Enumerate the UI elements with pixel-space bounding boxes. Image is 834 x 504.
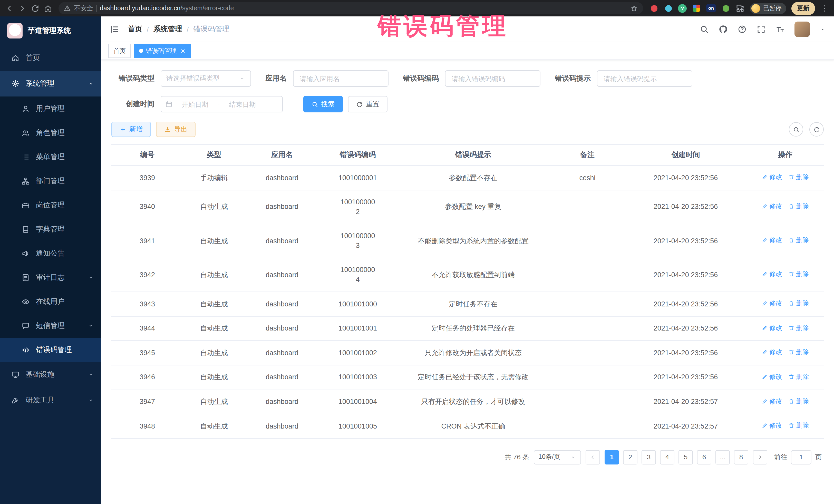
close-icon[interactable] [180,48,186,53]
date-start-input[interactable] [175,100,216,109]
reload-icon[interactable] [31,4,40,13]
sidebar-item-devtools[interactable]: 研发工具 [0,388,101,413]
delete-link[interactable]: 删除 [788,323,809,332]
delete-link[interactable]: 删除 [788,299,809,308]
cell-type: 自动生成 [183,224,245,258]
date-range-picker[interactable]: - [161,96,283,112]
goto-page-input[interactable] [791,450,811,464]
sidebar-item-home[interactable]: 首页 [0,45,101,71]
delete-link[interactable]: 删除 [788,202,809,211]
sidebar-item-audit-log[interactable]: 审计日志 [0,265,101,289]
delete-link[interactable]: 删除 [788,348,809,357]
help-icon[interactable] [738,25,747,34]
search-icon[interactable] [700,25,709,34]
address-bar[interactable]: 不安全 dashboard.yudao.iocoder.cn/system/er… [59,2,643,14]
delete-link[interactable]: 删除 [788,236,809,245]
refresh-table-button[interactable] [809,122,824,136]
puzzle-extensions-icon[interactable] [736,4,745,13]
edit-link[interactable]: 修改 [762,172,782,182]
search-button[interactable]: 搜索 [303,96,343,112]
page-button-8[interactable]: 8 [734,450,748,464]
record-extension-icon[interactable] [649,4,658,13]
delete-link[interactable]: 删除 [788,372,809,381]
error-msg-label: 错误码提示 [555,74,591,83]
sidebar-item-system[interactable]: 系统管理 [0,71,101,96]
delete-link[interactable]: 删除 [788,421,809,430]
breadcrumb-home[interactable]: 首页 [128,25,142,34]
sidebar-item-dict[interactable]: 字典管理 [0,217,101,241]
sidebar-item-online-user[interactable]: 在线用户 [0,289,101,313]
chevron-down-icon [88,372,94,378]
chevron-down-icon [88,397,94,403]
edit-link[interactable]: 修改 [762,202,782,211]
sidebar-item-sms[interactable]: 短信管理 [0,313,101,338]
next-page-button[interactable] [753,450,767,464]
delete-link[interactable]: 删除 [788,269,809,279]
user-avatar[interactable] [794,22,810,37]
app-name-input[interactable] [293,70,389,87]
reset-button[interactable]: 重置 [348,96,388,112]
edit-link[interactable]: 修改 [762,348,782,357]
edit-link[interactable]: 修改 [762,236,782,245]
back-icon[interactable] [5,4,14,13]
edit-link[interactable]: 修改 [762,372,782,381]
font-size-icon[interactable] [775,25,785,34]
hamburger-icon[interactable] [109,24,119,35]
export-button[interactable]: 导出 [156,122,196,137]
total-count: 共 76 条 [505,453,529,462]
sidebar-item-role[interactable]: 角色管理 [0,120,101,145]
cell-actions: 修改删除 [747,190,824,224]
error-msg-input[interactable] [597,70,692,87]
error-code-input[interactable] [445,70,541,87]
fullscreen-icon[interactable] [756,25,766,34]
logo[interactable]: 芋道管理系统 [0,17,101,45]
drop-extension-icon[interactable] [664,4,673,13]
prev-page-button[interactable] [586,450,600,464]
sidebar-item-notice[interactable]: 通知公告 [0,241,101,265]
delete-link[interactable]: 删除 [788,396,809,406]
dict-icon [22,225,30,233]
grid-extension-icon[interactable] [692,4,701,13]
cell-app: dashboard [245,341,319,365]
page-button-5[interactable]: 5 [679,450,693,464]
page-button-6[interactable]: 6 [697,450,711,464]
toggle-search-button[interactable] [789,122,803,136]
breadcrumb-system[interactable]: 系统管理 [153,25,182,34]
on-badge-extension-icon[interactable]: on [706,4,716,12]
edit-link[interactable]: 修改 [762,323,782,332]
cell-type: 自动生成 [183,190,245,224]
leaf-extension-icon[interactable] [721,4,730,13]
edit-link[interactable]: 修改 [762,396,782,406]
github-icon[interactable] [719,25,728,34]
error-type-select[interactable]: 请选择错误码类型 [161,70,251,87]
page-button-4[interactable]: 4 [660,450,674,464]
page-button-3[interactable]: 3 [641,450,656,464]
edit-link[interactable]: 修改 [762,421,782,430]
caret-down-icon[interactable] [820,26,826,32]
sidebar-item-dept[interactable]: 部门管理 [0,169,101,193]
tag-home[interactable]: 首页 [108,44,131,58]
sidebar-item-menu[interactable]: 菜单管理 [0,145,101,169]
tag-error-code[interactable]: 错误码管理 [134,44,191,58]
date-end-input[interactable] [222,100,263,109]
kebab-menu-icon[interactable] [820,4,829,13]
page-button-2[interactable]: 2 [623,450,637,464]
profile-chip[interactable]: 已暂停 [750,3,786,14]
sidebar-item-error-code[interactable]: 错误码管理 [0,338,101,362]
sidebar-item-user[interactable]: 用户管理 [0,96,101,120]
sidebar-item-infra[interactable]: 基础设施 [0,362,101,388]
edit-link[interactable]: 修改 [762,269,782,279]
page-size-select[interactable]: 10条/页 [534,450,581,464]
home-browser-icon[interactable] [44,4,52,13]
edit-link[interactable]: 修改 [762,299,782,308]
page-button-1[interactable]: 1 [605,450,619,464]
forward-icon[interactable] [18,4,27,13]
update-button[interactable]: 更新 [791,2,815,15]
page-ellipsis[interactable]: ... [716,450,730,464]
cell-msg: 参数配置不存在 [396,166,550,190]
bookmark-star-icon[interactable] [630,4,638,12]
vue-devtools-icon[interactable] [678,4,687,13]
add-button[interactable]: 新增 [111,122,151,137]
delete-link[interactable]: 删除 [788,172,809,182]
sidebar-item-post[interactable]: 岗位管理 [0,193,101,217]
